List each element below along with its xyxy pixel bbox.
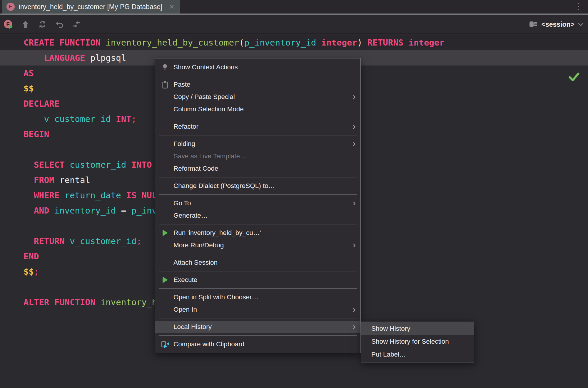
- menu-separator: [159, 318, 357, 318]
- menu-item-label: More Run/Debug: [173, 241, 224, 249]
- code-token: rental: [59, 175, 90, 185]
- tab-inventory-held-by-customer[interactable]: F inventory_held_by_customer [My PG Data…: [2, 0, 180, 14]
- menu-item-go-to[interactable]: Go To›: [155, 197, 360, 209]
- menu-item-label: Show History for Selection: [371, 338, 449, 345]
- chevron-down-icon: [577, 22, 584, 27]
- statement-success-checkmark-icon: [569, 72, 580, 83]
- clipboard-icon: [160, 78, 170, 91]
- menu-item-run-inventory-held-by-cu[interactable]: Run 'inventory_held_by_cu…': [155, 227, 360, 239]
- code-token: ;: [131, 114, 136, 124]
- submenu-arrow-icon: ›: [353, 197, 356, 208]
- submenu-arrow-icon: ›: [353, 239, 356, 250]
- close-icon[interactable]: ×: [169, 3, 174, 11]
- menu-item-label: Open In: [173, 306, 197, 313]
- upload-button[interactable]: [20, 19, 31, 30]
- menu-item-generate[interactable]: Generate…: [155, 209, 360, 222]
- submenu-arrow-icon: ›: [353, 91, 356, 102]
- menu-item-reformat-code[interactable]: Reformat Code: [155, 162, 360, 175]
- menu-item-column-selection-mode[interactable]: Column Selection Mode: [155, 103, 360, 115]
- menu-separator: [159, 288, 357, 289]
- merge-arrows-icon: [72, 20, 81, 29]
- tab-title: inventory_held_by_customer [My PG Databa…: [19, 3, 162, 11]
- submenu-item-put-label[interactable]: Put Label…: [361, 348, 474, 361]
- menu-separator: [159, 254, 357, 254]
- run-function-button[interactable]: F: [3, 19, 14, 30]
- menu-item-label: Reformat Code: [173, 165, 218, 172]
- menu-item-compare-with-clipboard[interactable]: Compare with Clipboard: [155, 338, 360, 350]
- menu-separator: [159, 118, 357, 118]
- menu-separator: [159, 135, 357, 135]
- code-token: v_customer_id: [70, 236, 136, 246]
- menu-item-more-run-debug[interactable]: More Run/Debug›: [155, 239, 360, 251]
- menu-item-label: Execute: [173, 276, 197, 284]
- submenu-item-show-history[interactable]: Show History: [361, 322, 474, 335]
- submenu-arrow-icon: ›: [353, 138, 356, 149]
- lightbulb-icon: [160, 61, 170, 73]
- menu-item-open-in-split-with-chooser[interactable]: Open in Split with Chooser…: [155, 291, 360, 303]
- menu-item-change-dialect-postgresql-to[interactable]: Change Dialect (PostgreSQL) to…: [155, 180, 360, 192]
- refresh-icon: [38, 20, 47, 29]
- code-token: inventory_id: [54, 206, 116, 216]
- play-icon: [160, 227, 170, 239]
- menu-item-folding[interactable]: Folding›: [155, 138, 360, 150]
- menu-separator: [159, 271, 357, 271]
- code-token: $$: [24, 267, 34, 277]
- menu-item-label: Compare with Clipboard: [173, 340, 244, 348]
- menu-item-local-history[interactable]: Local History›: [155, 321, 360, 333]
- session-label: <session>: [541, 21, 574, 28]
- menu-item-label: Show Context Actions: [173, 63, 238, 71]
- undo-button[interactable]: [54, 19, 65, 30]
- menu-item-label: Go To: [173, 199, 191, 207]
- kebab-menu-icon[interactable]: ⋮: [574, 1, 583, 11]
- code-token: integer: [321, 38, 357, 48]
- menu-item-execute[interactable]: Execute: [155, 274, 360, 286]
- menu-item-label: Change Dialect (PostgreSQL) to…: [173, 182, 275, 190]
- code-token: WHERE: [34, 190, 65, 200]
- submenu-arrow-icon: ›: [353, 304, 356, 315]
- menu-item-label: Folding: [173, 140, 195, 148]
- toolbar: F: [0, 15, 588, 33]
- code-token: ALTER FUNCTION: [24, 297, 101, 307]
- submenu-item-show-history-for-selection[interactable]: Show History for Selection: [361, 335, 474, 348]
- session-selector[interactable]: <session>: [529, 15, 584, 33]
- menu-item-label: Put Label…: [371, 351, 406, 358]
- menu-separator: [159, 76, 357, 76]
- code-token: RETURN: [34, 236, 70, 246]
- menu-item-label: Run 'inventory_held_by_cu…': [173, 229, 261, 237]
- code-token: [24, 114, 44, 124]
- attach-console-button[interactable]: [71, 19, 82, 30]
- run-function-icon: F: [3, 19, 14, 30]
- menu-item-label: Open in Split with Chooser…: [173, 293, 258, 301]
- code-token: return_date: [65, 190, 121, 200]
- code-token: [24, 53, 44, 63]
- menu-item-refactor[interactable]: Refactor›: [155, 120, 360, 133]
- function-file-icon: F: [6, 3, 15, 11]
- code-token: [316, 38, 321, 48]
- submenu-arrow-icon: ›: [353, 121, 356, 132]
- menu-item-open-in[interactable]: Open In›: [155, 303, 360, 316]
- code-token: $$: [24, 83, 34, 93]
- menu-item-save-as-live-template[interactable]: Save as Live Template…: [155, 150, 360, 162]
- code-token: ;: [34, 267, 39, 277]
- menu-item-show-context-actions[interactable]: Show Context Actions: [155, 61, 360, 73]
- menu-item-attach-session[interactable]: Attach Session: [155, 256, 360, 269]
- code-token: LANGUAGE: [44, 53, 90, 63]
- code-token: [111, 114, 116, 124]
- menu-item-copy-paste-special[interactable]: Copy / Paste Special›: [155, 91, 360, 103]
- editor-tab-bar: F inventory_held_by_customer [My PG Data…: [0, 0, 588, 14]
- code-line[interactable]: CREATE FUNCTION inventory_held_by_custom…: [0, 35, 588, 50]
- code-token: SELECT: [34, 160, 70, 170]
- code-token: [24, 236, 34, 246]
- menu-item-label: Local History: [173, 323, 212, 331]
- code-token: [24, 160, 34, 170]
- code-token: p_inventory_id: [244, 38, 316, 48]
- menu-item-label: Copy / Paste Special: [173, 93, 235, 101]
- code-token: ): [357, 38, 368, 48]
- menu-item-label: Paste: [173, 81, 191, 88]
- menu-item-paste[interactable]: Paste: [155, 78, 360, 91]
- code-token: DECLARE: [24, 99, 59, 109]
- menu-item-label: Attach Session: [173, 259, 218, 266]
- code-token: CREATE FUNCTION: [24, 38, 106, 48]
- code-token: (: [239, 38, 244, 48]
- refresh-button[interactable]: [37, 19, 48, 30]
